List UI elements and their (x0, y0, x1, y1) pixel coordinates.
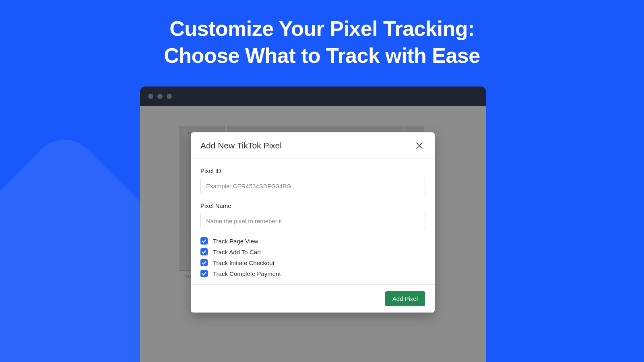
track-add-to-cart-row[interactable]: Track Add To Cart (200, 248, 425, 255)
modal-title: Add New TikTok Pixel (200, 141, 282, 150)
check-label: Track Initiate Checkout (213, 259, 275, 266)
check-icon (202, 239, 206, 243)
modal-footer: Add Pixel (191, 284, 435, 313)
checkbox-checked[interactable] (200, 237, 208, 245)
track-page-view-row[interactable]: Track Page View (200, 237, 425, 245)
window-dot (157, 94, 163, 99)
pixel-name-group: Pixel Name (200, 202, 425, 229)
pixel-name-input[interactable] (200, 213, 425, 229)
browser-window: ngs to our Add New TikTok Pixel Pixel ID… (140, 86, 486, 362)
check-icon (202, 250, 206, 254)
hero-line-1: Customize Your Pixel Tracking: (0, 15, 644, 42)
window-dot (148, 94, 153, 99)
hero-line-2: Choose What to Track with Ease (0, 42, 644, 69)
browser-viewport: ngs to our Add New TikTok Pixel Pixel ID… (140, 106, 486, 362)
add-pixel-modal: Add New TikTok Pixel Pixel ID Pixel Name (191, 132, 435, 313)
close-button[interactable] (414, 140, 425, 151)
check-icon (202, 272, 206, 276)
pixel-name-label: Pixel Name (200, 202, 425, 209)
checkbox-checked[interactable] (200, 270, 208, 277)
check-icon (202, 261, 206, 265)
add-pixel-button[interactable]: Add Pixel (385, 291, 425, 306)
check-label: Track Complete Payment (213, 270, 281, 277)
modal-body: Pixel ID Pixel Name Track Page View (191, 158, 435, 284)
track-initiate-checkout-row[interactable]: Track Initiate Checkout (200, 259, 425, 266)
pixel-id-group: Pixel ID (200, 167, 425, 194)
check-label: Track Page View (213, 238, 258, 245)
browser-titlebar (140, 86, 486, 106)
pixel-id-label: Pixel ID (200, 167, 425, 174)
modal-header: Add New TikTok Pixel (191, 132, 435, 158)
window-dot (167, 94, 172, 99)
check-label: Track Add To Cart (213, 249, 261, 255)
hero-title: Customize Your Pixel Tracking: Choose Wh… (0, 0, 644, 69)
pixel-id-input[interactable] (200, 178, 425, 194)
tracking-options: Track Page View Track Add To Cart Track … (200, 237, 425, 277)
checkbox-checked[interactable] (200, 259, 208, 266)
checkbox-checked[interactable] (200, 248, 208, 255)
close-icon (416, 142, 423, 149)
track-complete-payment-row[interactable]: Track Complete Payment (200, 270, 425, 277)
